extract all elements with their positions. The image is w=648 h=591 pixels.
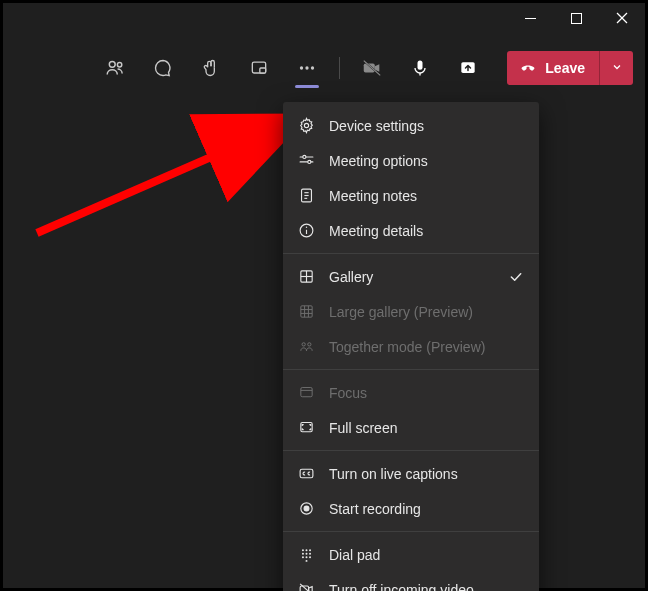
participants-button[interactable]: [91, 46, 139, 90]
share-button[interactable]: [444, 46, 492, 90]
menu-item-label: Large gallery (Preview): [329, 304, 525, 320]
svg-rect-33: [300, 306, 311, 317]
menu-separator: [283, 450, 539, 451]
info-icon: [297, 222, 315, 240]
raise-hand-icon: [201, 58, 221, 78]
minimize-button[interactable]: [507, 3, 553, 33]
menu-item-large-gallery: Large gallery (Preview): [283, 294, 539, 329]
svg-point-47: [305, 549, 307, 551]
svg-point-10: [311, 66, 314, 69]
menu-item-label: Turn off incoming video: [329, 582, 525, 592]
chat-button[interactable]: [139, 46, 187, 90]
leave-more-button[interactable]: [599, 51, 633, 85]
svg-rect-7: [260, 68, 266, 73]
close-button[interactable]: [599, 3, 645, 33]
svg-rect-40: [300, 388, 311, 397]
menu-separator: [283, 369, 539, 370]
svg-point-22: [307, 160, 310, 163]
svg-rect-42: [300, 423, 311, 432]
svg-point-4: [109, 61, 115, 67]
menu-item-together-mode: Together mode (Preview): [283, 329, 539, 364]
check-icon: [507, 269, 525, 285]
menu-item-dialpad[interactable]: Dial pad: [283, 537, 539, 572]
leave-group: Leave: [507, 51, 633, 85]
svg-point-49: [301, 553, 303, 555]
menu-item-meeting-notes[interactable]: Meeting notes: [283, 178, 539, 213]
menu-item-label: Meeting notes: [329, 188, 525, 204]
focus-icon: [297, 384, 315, 402]
svg-rect-1: [571, 13, 581, 23]
leave-label: Leave: [545, 60, 585, 76]
svg-point-38: [302, 343, 305, 346]
menu-item-label: Device settings: [329, 118, 525, 134]
svg-point-52: [301, 556, 303, 558]
camera-button[interactable]: [348, 46, 396, 90]
svg-line-17: [37, 123, 289, 233]
svg-point-55: [305, 560, 307, 562]
menu-separator: [283, 531, 539, 532]
dialpad-icon: [297, 546, 315, 564]
reactions-button[interactable]: [187, 46, 235, 90]
menu-item-turn-off-incoming-video[interactable]: Turn off incoming video: [283, 572, 539, 591]
leave-button[interactable]: Leave: [507, 51, 599, 85]
menu-separator: [283, 253, 539, 254]
svg-point-46: [301, 549, 303, 551]
menu-item-label: Meeting options: [329, 153, 525, 169]
sliders-icon: [297, 152, 315, 170]
svg-rect-43: [300, 469, 313, 478]
gallery-icon: [297, 268, 315, 286]
menu-item-meeting-options[interactable]: Meeting options: [283, 143, 539, 178]
svg-point-51: [309, 553, 311, 555]
chat-icon: [153, 58, 173, 78]
captions-icon: [297, 465, 315, 483]
svg-point-53: [305, 556, 307, 558]
menu-item-focus: Focus: [283, 375, 539, 410]
mic-button[interactable]: [396, 46, 444, 90]
svg-point-20: [302, 155, 305, 158]
toolbar-divider: [339, 57, 340, 79]
menu-item-label: Focus: [329, 385, 525, 401]
svg-point-48: [309, 549, 311, 551]
svg-point-39: [307, 343, 310, 346]
breakout-rooms-icon: [249, 58, 269, 78]
menu-item-gallery[interactable]: Gallery: [283, 259, 539, 294]
menu-item-label: Gallery: [329, 269, 493, 285]
chevron-down-icon: [611, 59, 623, 77]
menu-item-label: Start recording: [329, 501, 525, 517]
svg-point-18: [304, 123, 308, 127]
video-off-icon: [297, 581, 315, 592]
fullscreen-icon: [297, 419, 315, 437]
record-icon: [297, 500, 315, 518]
together-mode-icon: [297, 338, 315, 356]
share-screen-icon: [458, 58, 478, 78]
meeting-toolbar: Leave: [3, 41, 645, 95]
notes-icon: [297, 187, 315, 205]
svg-point-54: [309, 556, 311, 558]
menu-item-label: Together mode (Preview): [329, 339, 525, 355]
mic-icon: [410, 58, 430, 78]
menu-item-meeting-details[interactable]: Meeting details: [283, 213, 539, 248]
more-actions-button[interactable]: [283, 46, 331, 90]
maximize-button[interactable]: [553, 3, 599, 33]
menu-item-fullscreen[interactable]: Full screen: [283, 410, 539, 445]
more-icon: [296, 57, 318, 79]
gear-icon: [297, 117, 315, 135]
menu-item-label: Full screen: [329, 420, 525, 436]
app-window: Leave Device settings: [2, 2, 646, 589]
svg-point-50: [305, 553, 307, 555]
svg-point-8: [300, 66, 303, 69]
svg-rect-14: [418, 61, 423, 70]
more-actions-menu: Device settings Meeting options Meeting …: [283, 102, 539, 591]
menu-item-device-settings[interactable]: Device settings: [283, 108, 539, 143]
menu-item-label: Meeting details: [329, 223, 525, 239]
menu-item-live-captions[interactable]: Turn on live captions: [283, 456, 539, 491]
menu-item-start-recording[interactable]: Start recording: [283, 491, 539, 526]
people-icon: [104, 57, 126, 79]
svg-point-29: [305, 227, 306, 228]
menu-item-label: Turn on live captions: [329, 466, 525, 482]
menu-item-label: Dial pad: [329, 547, 525, 563]
rooms-button[interactable]: [235, 46, 283, 90]
svg-point-9: [305, 66, 308, 69]
titlebar: [3, 3, 645, 33]
large-gallery-icon: [297, 303, 315, 321]
